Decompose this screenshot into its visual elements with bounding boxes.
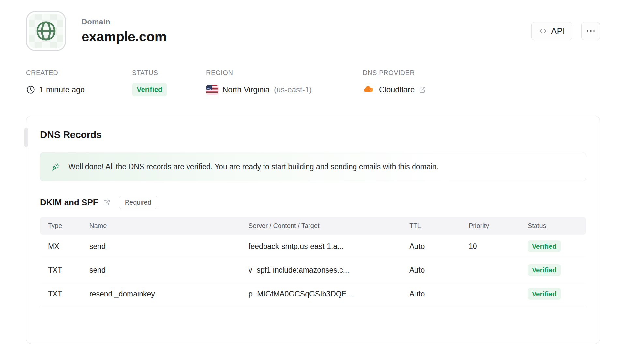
table-row: TXT send v=spf1 include:amazonses.c... A… — [40, 258, 586, 282]
created-label: CREATED — [26, 69, 132, 77]
meta-dns-provider: DNS PROVIDER Cloudflare — [363, 69, 426, 96]
cell-status: Verified — [520, 264, 586, 276]
cell-ttl: Auto — [401, 290, 461, 298]
domain-avatar — [26, 11, 66, 51]
cell-status: Verified — [520, 240, 586, 252]
header-actions: API — [531, 22, 600, 40]
meta-status: STATUS Verified — [132, 69, 206, 96]
page-type-label: Domain — [82, 17, 167, 26]
api-button-label: API — [551, 26, 565, 36]
cell-status: Verified — [520, 288, 586, 300]
region-label: REGION — [206, 69, 363, 77]
created-value: 1 minute ago — [39, 85, 85, 94]
clock-icon — [26, 85, 35, 94]
external-link-icon[interactable] — [419, 86, 426, 94]
column-header-ttl: TTL — [401, 222, 461, 230]
cell-content: feedback-smtp.us-east-1.a... — [241, 242, 401, 251]
table-body: MX send feedback-smtp.us-east-1.a... Aut… — [40, 235, 586, 306]
dkim-spf-header: DKIM and SPF Required — [40, 196, 586, 209]
success-banner: Well done! All the DNS records are verif… — [40, 152, 586, 181]
cell-content: v=spf1 include:amazonses.c... — [241, 266, 401, 275]
cell-type: TXT — [40, 290, 82, 298]
card-notch — [24, 128, 28, 147]
ellipsis-icon — [587, 30, 595, 32]
dns-records-card: DNS Records Well done! All the DNS recor… — [26, 116, 600, 344]
code-icon — [539, 27, 547, 35]
region-value: North Virginia — [222, 85, 270, 94]
cell-name: send — [82, 242, 241, 251]
party-popper-icon — [50, 161, 61, 172]
column-header-priority: Priority — [461, 222, 520, 230]
cell-ttl: Auto — [401, 242, 461, 251]
dns-provider-value: Cloudflare — [379, 85, 415, 94]
domain-page: Domain example.com API CRE — [0, 0, 634, 344]
column-header-status: Status — [520, 222, 586, 230]
column-header-name: Name — [82, 222, 241, 230]
table-row: MX send feedback-smtp.us-east-1.a... Aut… — [40, 235, 586, 258]
table-header-row: Type Name Server / Content / Target TTL … — [40, 217, 586, 235]
cell-type: TXT — [40, 266, 82, 275]
cell-name: send — [82, 266, 241, 275]
region-code: (us-east-1) — [274, 85, 312, 94]
required-badge: Required — [119, 196, 157, 209]
api-button[interactable]: API — [531, 22, 572, 40]
meta-region: REGION — [206, 69, 363, 96]
record-status-badge: Verified — [528, 240, 561, 252]
meta-created: CREATED 1 minute ago — [26, 69, 132, 96]
page-header: Domain example.com API — [26, 11, 600, 51]
cell-content: p=MIGfMA0GCSqGSIb3DQE... — [241, 290, 401, 298]
dns-provider-label: DNS PROVIDER — [363, 69, 426, 77]
page-title: example.com — [82, 29, 167, 45]
dns-records-table: Type Name Server / Content / Target TTL … — [40, 217, 586, 306]
us-flag-icon — [206, 85, 218, 94]
globe-icon — [33, 18, 59, 44]
column-header-content: Server / Content / Target — [241, 222, 401, 230]
more-options-button[interactable] — [581, 22, 600, 40]
cell-priority: 10 — [461, 242, 520, 251]
cell-type: MX — [40, 242, 82, 251]
status-label: STATUS — [132, 69, 206, 77]
record-status-badge: Verified — [528, 288, 561, 300]
cell-ttl: Auto — [401, 266, 461, 275]
cell-name: resend._domainkey — [82, 290, 241, 298]
cloudflare-icon — [363, 85, 375, 94]
dns-records-title: DNS Records — [40, 129, 586, 140]
column-header-type: Type — [40, 222, 82, 230]
meta-row: CREATED 1 minute ago STATUS Verified REG… — [26, 69, 600, 96]
external-link-icon[interactable] — [103, 199, 111, 206]
record-status-badge: Verified — [528, 264, 561, 276]
status-badge: Verified — [132, 83, 167, 96]
dkim-spf-title: DKIM and SPF — [40, 197, 111, 207]
success-banner-text: Well done! All the DNS records are verif… — [68, 162, 439, 171]
table-row: TXT resend._domainkey p=MIGfMA0GCSqGSIb3… — [40, 282, 586, 306]
header-info: Domain example.com — [82, 17, 167, 45]
